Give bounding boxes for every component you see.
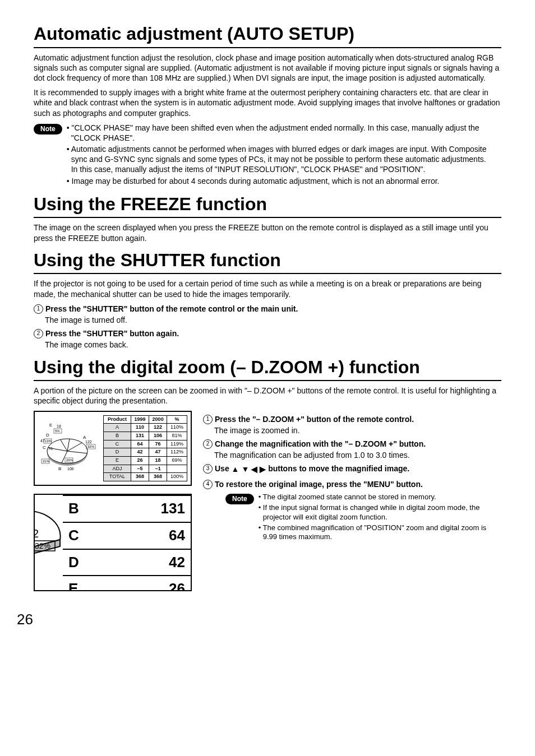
freeze-para: The image on the screen displayed when y…: [34, 222, 501, 243]
step-desc: The magnification can be adjusted from 1…: [203, 450, 501, 460]
zoom-cell: 26: [112, 576, 191, 591]
step-title: Use ▲ ▼ ◀ ▶ buttons to move the magnifie…: [215, 463, 409, 474]
svg-text:D: D: [46, 433, 49, 438]
step-number-icon: 3: [203, 464, 213, 474]
note-badge: Note: [225, 494, 254, 505]
step-number-icon: 1: [34, 304, 43, 314]
pie-chart-icon: E18 5% D 13% C76 21% 29% B106 A122 32% 4…: [38, 415, 100, 477]
pie-percent: 32%: [35, 541, 50, 550]
step-number-icon: 2: [203, 439, 213, 449]
dzoom-para: A portion of the picture on the screen c…: [34, 386, 501, 406]
svg-text:32%: 32%: [87, 445, 95, 448]
step-title: Press the "– D.ZOOM +" button of the rem…: [215, 414, 414, 424]
svg-text:21%: 21%: [43, 460, 50, 463]
page-number: 26: [17, 610, 501, 629]
svg-text:A: A: [83, 435, 86, 440]
table-cell: 368: [131, 473, 149, 481]
step-desc: The image is turned off.: [34, 315, 501, 325]
table-cell: 69%: [167, 456, 187, 465]
section-title-shutter: Using the SHUTTER function: [34, 249, 501, 275]
shutter-step-1: 1 Press the "SHUTTER" button of the remo…: [34, 304, 501, 314]
table-cell: 100%: [167, 473, 187, 481]
zoom-cell: E: [63, 576, 112, 591]
note-item: • The combined magnification of "POSITIO…: [259, 523, 501, 542]
note-item: • The digital zoomed state cannot be sto…: [259, 493, 501, 502]
table-cell: 122: [149, 424, 167, 432]
svg-text:13%: 13%: [45, 439, 52, 443]
table-header: 1999: [131, 415, 149, 424]
table-cell: 119%: [167, 440, 187, 448]
step-desc: The image is zoomed in.: [203, 425, 501, 435]
zoom-cell: 131: [112, 495, 191, 522]
step-number-icon: 4: [203, 480, 213, 489]
zoom-cell: C: [63, 522, 112, 549]
svg-text:5%: 5%: [55, 429, 60, 433]
step-title-post: buttons to move the magnified image.: [268, 464, 409, 473]
section-title-freeze: Using the FREEZE function: [34, 193, 501, 219]
auto-setup-notes: • "CLOCK PHASE" may have been shifted ev…: [67, 123, 501, 187]
svg-text:76: 76: [48, 447, 53, 451]
shutter-para: If the projector is not going to be used…: [34, 279, 501, 299]
arrow-down-icon: ▼: [241, 464, 249, 474]
step-number-icon: 1: [203, 415, 213, 424]
table-cell: 47: [149, 448, 167, 457]
zoom-cell: 42: [112, 549, 191, 576]
step-desc: The image comes back.: [34, 340, 501, 350]
dzoom-step-4: 4 To restore the original image, press t…: [203, 479, 501, 489]
table-cell: 42: [131, 448, 149, 457]
table-cell: ADJ: [104, 465, 131, 473]
arrow-right-icon: ▶: [260, 464, 266, 474]
table-cell: [167, 465, 187, 473]
section-title-auto-setup: Automatic adjustment (AUTO SETUP): [34, 22, 501, 48]
table-cell: 64: [131, 440, 149, 448]
note-item: • Automatic adjustments cannot be perfor…: [67, 144, 501, 175]
zoom-cell: 64: [112, 522, 191, 549]
note-item: • "CLOCK PHASE" may have been shifted ev…: [67, 123, 501, 143]
table-cell: 18: [149, 456, 167, 465]
figure-zoomed-chart: 2 32% B131 C64 D42 E26: [34, 494, 192, 591]
table-cell: −1: [149, 465, 167, 473]
table-cell: 112%: [167, 448, 187, 457]
zoom-cell: B: [63, 495, 112, 522]
auto-setup-para1: Automatic adjustment function adjust the…: [34, 53, 501, 84]
table-cell: 131: [131, 432, 149, 440]
table-header: 2000: [149, 415, 167, 424]
svg-text:B: B: [58, 466, 61, 471]
table-cell: 110: [131, 424, 149, 432]
table-cell: 110%: [167, 424, 187, 432]
arrow-left-icon: ◀: [251, 464, 257, 474]
dzoom-step-3: 3 Use ▲ ▼ ◀ ▶ buttons to move the magnif…: [203, 463, 501, 474]
table-cell: D: [104, 448, 131, 457]
table-cell: E: [104, 456, 131, 465]
step-number-icon: 2: [34, 329, 43, 338]
section-title-dzoom: Using the digital zoom (– D.ZOOM +) func…: [34, 356, 501, 382]
arrow-icons: ▲ ▼ ◀ ▶: [232, 464, 266, 474]
svg-text:106: 106: [67, 467, 74, 471]
dzoom-step-1: 1 Press the "– D.ZOOM +" button of the r…: [203, 414, 501, 424]
data-table: Product 1999 2000 % A110122110% B1311068…: [103, 415, 187, 482]
zoom-cell: D: [63, 549, 112, 576]
arrow-up-icon: ▲: [232, 464, 239, 474]
svg-text:47: 47: [40, 439, 45, 443]
svg-text:18: 18: [57, 424, 61, 428]
note-item: • Image may be disturbed for about 4 sec…: [67, 176, 501, 186]
table-cell: 106: [149, 432, 167, 440]
step-title: Press the "SHUTTER" button again.: [45, 328, 179, 338]
dzoom-step-2: 2 Change the magnification with the "– D…: [203, 439, 501, 449]
step-title-pre: Use: [215, 464, 232, 473]
svg-text:29%: 29%: [66, 458, 73, 462]
table-header: %: [167, 415, 187, 424]
pie-value: 2: [34, 527, 39, 540]
step-title: To restore the original image, press the…: [215, 479, 423, 489]
figure-column: E18 5% D 13% C76 21% 29% B106 A122 32% 4…: [34, 411, 192, 600]
figure-small-chart: E18 5% D 13% C76 21% 29% B106 A122 32% 4…: [34, 411, 192, 486]
table-cell: A: [104, 424, 131, 432]
svg-text:C: C: [43, 445, 46, 450]
table-cell: B: [104, 432, 131, 440]
step-title: Change the magnification with the "– D.Z…: [215, 439, 426, 449]
table-cell: TOTAL: [104, 473, 131, 481]
table-cell: 76: [149, 440, 167, 448]
step-title: Press the "SHUTTER" button of the remote…: [45, 304, 298, 314]
shutter-step-2: 2 Press the "SHUTTER" button again.: [34, 328, 501, 338]
note-badge: Note: [34, 124, 62, 135]
